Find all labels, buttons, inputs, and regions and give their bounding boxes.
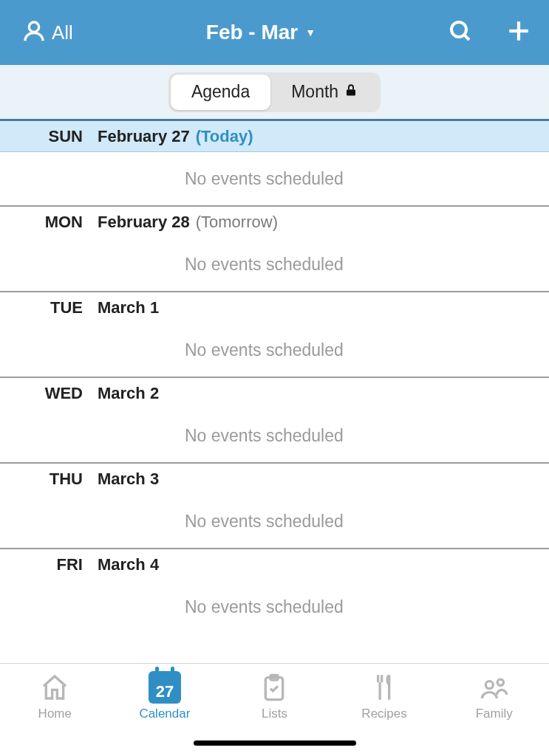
day-header[interactable]: MON February 28 (Tomorrow) <box>0 207 549 238</box>
nav-label: Calendar <box>139 707 190 721</box>
filter-button[interactable]: All <box>22 19 73 46</box>
day-header[interactable]: TUE March 1 <box>0 292 549 323</box>
calendar-day-number: 27 <box>156 682 174 701</box>
search-icon[interactable] <box>449 19 472 46</box>
svg-point-0 <box>29 22 38 32</box>
svg-point-9 <box>497 679 503 685</box>
day-of-week: WED <box>0 384 98 403</box>
day-header[interactable]: THU March 3 <box>0 464 549 495</box>
day-of-week: THU <box>0 470 98 489</box>
utensils-icon <box>369 671 399 704</box>
day-date: March 4 <box>98 555 159 574</box>
day-section: THU March 3 No events scheduled <box>0 464 549 549</box>
day-section: MON February 28 (Tomorrow) No events sch… <box>0 207 549 292</box>
lock-icon <box>344 82 358 103</box>
clipboard-icon <box>259 671 289 704</box>
agenda-tab[interactable]: Agenda <box>171 75 270 110</box>
month-tab[interactable]: Month <box>270 75 378 110</box>
no-events-label: No events scheduled <box>0 409 549 462</box>
date-range-button[interactable]: Feb - Mar ▼ <box>73 21 449 44</box>
day-of-week: TUE <box>0 298 98 317</box>
day-relative: (Today) <box>196 127 253 146</box>
nav-label: Lists <box>262 707 287 721</box>
nav-label: Family <box>476 707 513 721</box>
nav-label: Recipes <box>361 707 406 721</box>
month-tab-label: Month <box>291 82 338 102</box>
no-events-label: No events scheduled <box>0 238 549 291</box>
svg-rect-5 <box>347 89 355 95</box>
day-relative: (Tomorrow) <box>196 213 278 232</box>
svg-point-8 <box>485 681 493 689</box>
nav-label: Home <box>38 707 72 721</box>
home-indicator <box>194 740 356 746</box>
home-icon <box>40 671 69 704</box>
person-icon <box>22 19 46 46</box>
day-section: WED March 2 No events scheduled <box>0 378 549 464</box>
day-header[interactable]: WED March 2 <box>0 378 549 409</box>
filter-label: All <box>52 21 73 44</box>
nav-home[interactable]: Home <box>0 671 110 756</box>
day-header[interactable]: FRI March 4 <box>0 549 549 580</box>
view-toggle-bar: Agenda Month <box>0 65 549 121</box>
day-of-week: SUN <box>0 127 98 146</box>
day-section: TUE March 1 No events scheduled <box>0 292 549 378</box>
day-date: February 27 <box>98 127 190 146</box>
day-of-week: MON <box>0 213 98 232</box>
agenda-list[interactable]: SUN February 27 (Today) No events schedu… <box>0 121 549 663</box>
svg-line-2 <box>464 35 469 40</box>
day-date: March 2 <box>98 384 159 403</box>
people-icon <box>480 671 509 704</box>
nav-family[interactable]: Family <box>439 671 549 756</box>
chevron-down-icon: ▼ <box>305 27 316 38</box>
day-section: SUN February 27 (Today) No events schedu… <box>0 121 549 207</box>
title-text: Feb - Mar <box>206 21 298 44</box>
top-header: All Feb - Mar ▼ <box>0 0 549 65</box>
no-events-label: No events scheduled <box>0 323 549 377</box>
no-events-label: No events scheduled <box>0 580 549 633</box>
day-date: March 3 <box>98 470 159 489</box>
no-events-label: No events scheduled <box>0 152 549 205</box>
agenda-tab-label: Agenda <box>191 82 250 102</box>
view-toggle: Agenda Month <box>168 72 381 112</box>
day-date: March 1 <box>98 298 159 317</box>
day-section: FRI March 4 No events scheduled <box>0 549 549 633</box>
no-events-label: No events scheduled <box>0 495 549 548</box>
calendar-icon: 27 <box>149 671 181 704</box>
day-header[interactable]: SUN February 27 (Today) <box>0 121 549 152</box>
svg-point-1 <box>451 22 466 37</box>
add-icon[interactable] <box>506 18 531 47</box>
day-date: February 28 <box>98 213 190 232</box>
day-of-week: FRI <box>0 555 98 574</box>
